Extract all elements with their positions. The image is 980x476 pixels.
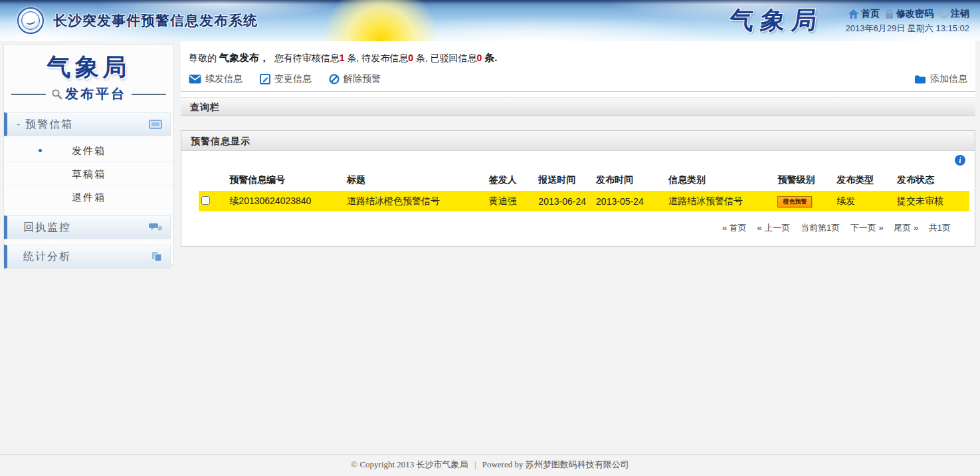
nav-change-password-link[interactable]: 修改密码 [885, 8, 933, 20]
footer-divider: | [474, 459, 476, 469]
sidebar-logo-subtitle: 发布平台 [65, 85, 126, 103]
pending-review-count: 1 [340, 53, 345, 63]
page-total-label: 共1页 [929, 223, 951, 233]
sidebar-item-warning-inbox[interactable]: - 预警信箱 [4, 112, 171, 136]
sun-graphic [311, 0, 450, 41]
rejected-count: 0 [477, 53, 482, 63]
banner-right: 气象局 首页 修改密码 注销 2013年6月29日 [730, 4, 969, 37]
warning-level-badge: 橙色预警 [777, 196, 812, 207]
info-icon[interactable] [955, 155, 965, 166]
table-row[interactable]: 续20130624023840 道路结冰橙色预警信号 黄迪强 2013-06-2… [199, 191, 969, 211]
col-level: 预警级别 [775, 170, 834, 191]
page-first-link[interactable]: « 首页 [722, 223, 747, 233]
greeting-message: 尊敬的 气象发布， 您有待审核信息1 条, 待发布信息0 条, 已驳回信息0 条… [181, 41, 975, 68]
col-category: 信息类别 [666, 170, 775, 191]
prohibit-icon [329, 74, 340, 84]
page-prev-link[interactable]: « 上一页 [757, 223, 791, 233]
datetime: 2013年6月29日 星期六 13:15:02 [846, 23, 969, 35]
sidebar-logo: 气象局 发布平台 [4, 45, 173, 107]
sidebar-item-drafts[interactable]: 草稿箱 [4, 162, 173, 185]
toolbar: 续发信息 变更信息 解除预警 添加信息 [181, 68, 975, 92]
cell-title: 道路结冰橙色预警信号 [344, 191, 486, 211]
col-publish-time: 发布时间 [593, 170, 666, 191]
sidebar: 气象局 发布平台 - 预警信箱 发件箱 草稿箱 [3, 44, 174, 265]
col-signer: 签发人 [486, 170, 536, 191]
active-bullet-icon [39, 149, 42, 152]
col-title: 标题 [344, 170, 486, 191]
rule-right [132, 94, 166, 95]
cancel-warning-button[interactable]: 解除预警 [329, 73, 381, 85]
col-status: 发布状态 [894, 170, 969, 191]
home-icon [848, 9, 858, 19]
row-checkbox[interactable] [201, 196, 210, 205]
chat-bubbles-icon [149, 223, 162, 233]
sidebar-item-statistics[interactable]: 统计分析 [4, 245, 171, 269]
agency-logo-icon [17, 7, 44, 34]
header-checkbox-col [199, 170, 227, 191]
edit-icon [260, 74, 270, 84]
change-info-button[interactable]: 变更信息 [260, 73, 312, 85]
page-current-label: 当前第1页 [801, 223, 840, 233]
logout-refresh-icon [939, 9, 948, 19]
system-title: 长沙突发事件预警信息发布系统 [53, 11, 258, 30]
nav-logout-link[interactable]: 注销 [939, 8, 969, 20]
lock-icon [885, 9, 894, 19]
main-top: 尊敬的 气象发布， 您有待审核信息1 条, 待发布信息0 条, 已驳回信息0 条… [181, 41, 975, 116]
panel-body: 预警信息编号 标题 签发人 报送时间 发布时间 信息类别 预警级别 发布类型 发… [181, 151, 975, 246]
banner-left: 长沙突发事件预警信息发布系统 [17, 7, 258, 34]
envelope-icon [189, 74, 201, 84]
warning-inbox-submenu: 发件箱 草稿箱 退件箱 [4, 136, 173, 210]
query-bar-header[interactable]: 查询栏 [181, 97, 975, 116]
panel-title: 预警信息显示 [181, 131, 975, 151]
cell-publish-time: 2013-05-24 [593, 191, 666, 211]
cell-report-time: 2013-06-24 [536, 191, 593, 211]
org-title: 气象局 [727, 4, 825, 37]
page-next-link[interactable]: 下一页 » [850, 223, 884, 233]
current-user: 气象发布， [219, 52, 269, 63]
top-banner: 长沙突发事件预警信息发布系统 气象局 首页 修改密码 注销 [0, 0, 980, 41]
collapse-indicator: - [17, 118, 20, 130]
page-last-link[interactable]: 尾页 » [894, 223, 918, 233]
powered-by-text: Powered by 苏州梦图数码科技有限公司 [482, 459, 629, 469]
col-publish-type: 发布类型 [834, 170, 894, 191]
pagination: « 首页 « 上一页 当前第1页 下一页 » 尾页 » 共1页 [199, 211, 971, 235]
table-header-row: 预警信息编号 标题 签发人 报送时间 发布时间 信息类别 预警级别 发布类型 发… [199, 170, 969, 191]
cell-category: 道路结冰预警信号 [666, 191, 775, 211]
rule-left [11, 94, 46, 95]
main-content: 尊敬的 气象发布， 您有待审核信息1 条, 待发布信息0 条, 已驳回信息0 条… [181, 41, 975, 247]
warning-info-panel: 预警信息显示 预警信息编号 标题 签发人 [181, 130, 975, 247]
footer: © Copyright 2013 长沙市气象局 | Powered by 苏州梦… [0, 454, 980, 476]
top-nav: 首页 修改密码 注销 2013年6月29日 星期六 13:15:02 [846, 7, 969, 35]
cell-warning-id: 续20130624023840 [227, 191, 344, 211]
sidebar-item-returned[interactable]: 退件箱 [4, 185, 173, 209]
sidebar-item-receipt-monitor[interactable]: 回执监控 [4, 215, 171, 239]
resend-info-button[interactable]: 续发信息 [189, 73, 243, 85]
copyright-text: © Copyright 2013 长沙市气象局 [351, 459, 468, 469]
pending-publish-count: 0 [408, 53, 413, 63]
sidebar-logo-title: 气象局 [4, 51, 173, 84]
add-info-button[interactable]: 添加信息 [914, 73, 967, 85]
nav-home-link[interactable]: 首页 [848, 8, 880, 20]
cell-publish-type: 续发 [834, 191, 894, 211]
copy-pages-icon [151, 251, 162, 262]
sidebar-item-outbox[interactable]: 发件箱 [4, 139, 173, 162]
mailbox-icon [149, 120, 162, 129]
warning-table: 预警信息编号 标题 签发人 报送时间 发布时间 信息类别 预警级别 发布类型 发… [199, 170, 969, 211]
col-report-time: 报送时间 [536, 170, 593, 191]
cell-status: 提交未审核 [894, 191, 969, 211]
page: 长沙突发事件预警信息发布系统 气象局 首页 修改密码 注销 [0, 0, 980, 476]
magnifier-icon [51, 88, 62, 100]
cell-signer: 黄迪强 [486, 191, 536, 211]
col-warning-id: 预警信息编号 [227, 170, 344, 191]
folder-icon [914, 74, 926, 84]
